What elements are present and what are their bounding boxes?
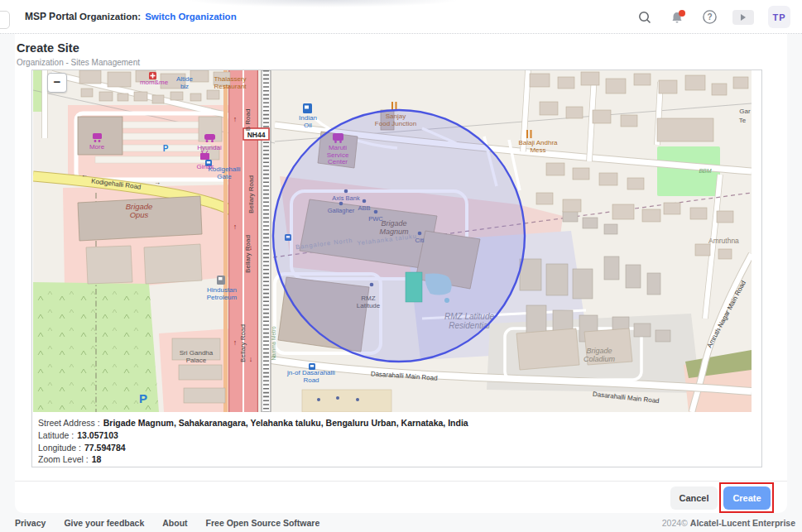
- switch-organization-link[interactable]: Switch Organization: [145, 12, 237, 22]
- map-label-thalassery: ThalasseryRestaurant: [214, 75, 247, 90]
- footer-link-about[interactable]: About: [162, 518, 187, 528]
- office-dot: [317, 398, 320, 401]
- petrol-pump-icon: [217, 276, 225, 285]
- page-footer: Privacy Give your feedback About Free Op…: [0, 515, 802, 532]
- latitude-value: 13.057103: [77, 430, 118, 440]
- footer-link-feedback[interactable]: Give your feedback: [64, 518, 144, 528]
- latitude-row: Latitude :13.057103: [38, 429, 468, 442]
- organization-row: Organization:Switch Organization: [79, 12, 237, 22]
- map-label-bellary-road-2: Bellary Road: [244, 235, 252, 273]
- breadcrumb-current: Sites Management: [71, 58, 140, 67]
- street-address-row: Street Address :Brigade Magnum, Sahakara…: [38, 417, 468, 429]
- svg-text:→: →: [154, 179, 161, 186]
- office-dot: [356, 398, 359, 401]
- geofence-circle-overlay[interactable]: [273, 110, 525, 362]
- longitude-value: 77.594784: [84, 443, 126, 453]
- top-edge-shadow: [186, 0, 459, 7]
- map-canvas[interactable]: ↑ ↑ ↑ ↓ ↓ ↓ ← →: [33, 70, 752, 412]
- svg-text:↓: ↓: [249, 355, 253, 363]
- organization-label: Organization:: [79, 12, 141, 22]
- footer-link-privacy[interactable]: Privacy: [15, 518, 46, 528]
- map-label-parking-big: P: [139, 391, 147, 405]
- zoom-level-value: 18: [92, 454, 102, 464]
- copyright-company: Alcatel-Lucent Enterprise: [690, 518, 795, 528]
- map-label-parking-small: P: [163, 144, 169, 153]
- map-label-mom-me: mom&me: [140, 79, 169, 86]
- zoom-level-label: Zoom Level :: [38, 454, 89, 464]
- map-label-b-road: B Road: [244, 109, 252, 132]
- page-title: Create Site: [17, 41, 79, 55]
- map-label-bellary-road-1: Bellary Road: [247, 175, 255, 213]
- create-site-page: MSP Portal Organization:Switch Organizat…: [0, 0, 802, 532]
- breadcrumb-root[interactable]: Organization: [17, 58, 64, 67]
- map-label-hyundai: Hyundai: [197, 144, 222, 151]
- breadcrumb: Organization - Sites Management: [17, 58, 140, 67]
- latitude-label: Latitude :: [38, 430, 74, 440]
- map-label-amruthnagar: Amruthna: [708, 237, 739, 245]
- create-button[interactable]: Create: [723, 486, 771, 510]
- svg-text:?: ?: [707, 12, 712, 22]
- map-label-bbm: BBM: [699, 168, 711, 174]
- zoom-level-row: Zoom Level :18: [38, 453, 468, 466]
- longitude-row: Longitude :77.594784: [38, 442, 468, 454]
- office-dot: [336, 396, 339, 400]
- map-label-fragment-te: Te: [739, 117, 747, 124]
- map-label-more: More: [89, 143, 105, 151]
- street-address-label: Street Address :: [38, 418, 100, 428]
- fuel-station-icon: [303, 103, 312, 113]
- copyright: 2024© Alcatel-Lucent Enterprise: [662, 518, 795, 528]
- map-label-brigade-coladium: BrigadeColadium: [583, 347, 616, 363]
- map-label-hindustan-petroleum: HindustanPetroleum: [207, 286, 238, 301]
- svg-text:↑: ↑: [233, 223, 238, 231]
- app-title: MSP Portal: [25, 11, 77, 22]
- map-label-nh44: NH44: [247, 131, 266, 139]
- content-card: Create Site Organization - Sites Managem…: [15, 34, 787, 513]
- svg-text:↑: ↑: [233, 115, 238, 123]
- street-address-value: Brigade Magnum, Sahakaranagara, Yelahank…: [103, 418, 468, 428]
- user-avatar[interactable]: TP: [768, 6, 790, 28]
- map-label-bellary-road-3: Bellary Road: [239, 324, 247, 362]
- longitude-label: Longitude :: [38, 443, 81, 453]
- map-label-namma-metro: Namma Metro: [271, 326, 276, 361]
- search-icon[interactable]: [636, 8, 654, 26]
- svg-text:←: ←: [81, 171, 88, 179]
- copyright-year: 2024©: [662, 518, 688, 528]
- actions-divider: [15, 481, 787, 482]
- map-widget-panel: ↑ ↑ ↑ ↓ ↓ ↓ ← →: [31, 69, 762, 467]
- walkthrough-play-icon[interactable]: [732, 10, 754, 25]
- notification-badge: [679, 10, 685, 17]
- site-location-info: Street Address :Brigade Magnum, Sahakara…: [38, 417, 468, 466]
- map-label-fragment-gar: Gar: [739, 108, 751, 115]
- map-zoom-out-button[interactable]: −: [47, 73, 67, 93]
- cancel-button[interactable]: Cancel: [670, 486, 718, 510]
- sidebar-toggle-partial[interactable]: [0, 11, 10, 29]
- notifications-bell-icon[interactable]: [668, 8, 686, 26]
- help-icon[interactable]: ?: [700, 8, 718, 26]
- footer-link-foss[interactable]: Free Open Source Software: [206, 518, 320, 528]
- breadcrumb-separator: -: [65, 58, 68, 67]
- svg-text:↑: ↑: [233, 338, 238, 347]
